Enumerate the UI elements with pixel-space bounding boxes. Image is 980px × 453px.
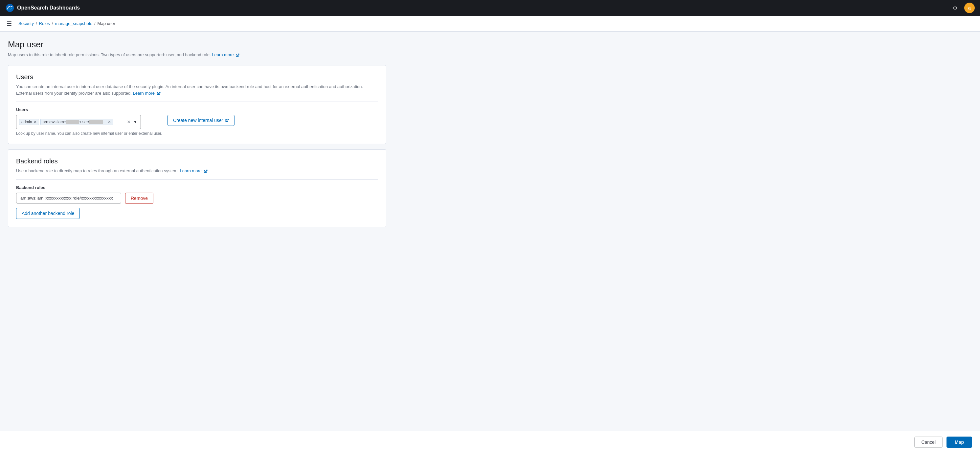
backend-roles-title: Backend roles <box>16 158 378 165</box>
backend-roles-field-label: Backend roles <box>16 185 378 190</box>
users-external-link-icon <box>157 91 161 95</box>
create-internal-user-button[interactable]: Create new internal user <box>167 115 235 126</box>
users-section-description: You can create an internal user in inter… <box>16 83 378 96</box>
arn-user-masked <box>89 120 103 124</box>
page-subtitle: Map users to this role to inherit role p… <box>8 52 386 57</box>
secondary-navigation: ☰ Security / Roles / manage_snapshots / … <box>0 16 980 32</box>
breadcrumb-manage-snapshots[interactable]: manage_snapshots <box>55 21 92 26</box>
breadcrumb-current: Map user <box>97 21 115 26</box>
top-navigation: OpenSearch Dashboards ⚙ a <box>0 0 980 16</box>
users-field-hint: Look up by user name. You can also creat… <box>16 131 162 136</box>
hamburger-icon: ☰ <box>6 21 12 27</box>
user-tag-admin-remove[interactable]: ✕ <box>33 120 37 124</box>
user-tag-admin: admin ✕ <box>19 119 39 125</box>
main-content: Map user Map users to this role to inher… <box>0 32 394 259</box>
page-learn-more-label: Learn more <box>212 52 234 57</box>
backend-role-input[interactable] <box>16 193 121 204</box>
app-name-label: OpenSearch Dashboards <box>17 5 80 11</box>
users-learn-more-link[interactable]: Learn more <box>133 91 161 96</box>
external-link-icon <box>235 53 239 57</box>
add-another-backend-role-button[interactable]: Add another backend role <box>16 208 80 219</box>
breadcrumb-security[interactable]: Security <box>18 21 34 26</box>
page-title: Map user <box>8 40 386 49</box>
remove-backend-role-button[interactable]: Remove <box>125 193 153 204</box>
user-tag-arn: arn:aws:iam:: :user/ ... ✕ <box>40 119 114 125</box>
app-logo: OpenSearch Dashboards <box>5 3 80 13</box>
user-tag-admin-label: admin <box>21 120 32 124</box>
users-description-text: You can create an internal user in inter… <box>16 84 363 96</box>
users-row: admin ✕ arn:aws:iam:: :user/ ... ✕ ✕ ▼ L… <box>16 115 378 136</box>
settings-icon-button[interactable]: ⚙ <box>950 3 960 13</box>
remove-backend-role-label: Remove <box>131 196 148 201</box>
users-section-title: Users <box>16 73 378 81</box>
users-divider <box>16 102 378 102</box>
page-learn-more-link[interactable]: Learn more <box>212 52 239 57</box>
combobox-controls: ✕ ▼ <box>126 119 138 125</box>
arn-account-id-masked <box>66 120 79 124</box>
users-combobox[interactable]: admin ✕ arn:aws:iam:: :user/ ... ✕ ✕ ▼ <box>16 115 141 129</box>
top-nav-right: ⚙ a <box>950 3 975 13</box>
breadcrumb-separator-3: / <box>94 21 95 26</box>
backend-role-row: Remove <box>16 193 378 204</box>
create-internal-user-external-icon <box>225 118 229 122</box>
backend-roles-external-link-icon <box>204 169 208 173</box>
users-field-label: Users <box>16 107 378 112</box>
backend-roles-learn-more-link[interactable]: Learn more <box>180 168 208 173</box>
breadcrumb-separator-2: / <box>52 21 53 26</box>
combobox-clear-button[interactable]: ✕ <box>126 119 131 125</box>
users-card: Users You can create an internal user in… <box>8 65 386 144</box>
settings-icon: ⚙ <box>953 5 957 11</box>
add-another-backend-role-label: Add another backend role <box>22 211 74 216</box>
breadcrumb-separator-1: / <box>36 21 37 26</box>
backend-roles-description-text: Use a backend role to directly map to ro… <box>16 168 180 173</box>
create-internal-user-label: Create new internal user <box>173 118 223 123</box>
backend-roles-card: Backend roles Use a backend role to dire… <box>8 149 386 227</box>
backend-roles-description: Use a backend role to directly map to ro… <box>16 167 378 174</box>
backend-roles-learn-more-label: Learn more <box>180 168 202 173</box>
breadcrumb: Security / Roles / manage_snapshots / Ma… <box>18 21 115 26</box>
avatar-label: a <box>968 5 971 11</box>
top-nav-left: OpenSearch Dashboards <box>5 3 80 13</box>
users-learn-more-label: Learn more <box>133 91 155 96</box>
page-subtitle-text: Map users to this role to inherit role p… <box>8 52 212 57</box>
hamburger-menu-button[interactable]: ☰ <box>5 19 13 29</box>
breadcrumb-roles[interactable]: Roles <box>39 21 50 26</box>
user-tag-arn-remove[interactable]: ✕ <box>108 120 111 124</box>
combobox-toggle-button[interactable]: ▼ <box>133 119 138 125</box>
user-avatar-button[interactable]: a <box>964 3 975 13</box>
svg-point-0 <box>6 4 14 12</box>
user-tag-arn-label: arn:aws:iam:: :user/ ... <box>43 120 107 124</box>
